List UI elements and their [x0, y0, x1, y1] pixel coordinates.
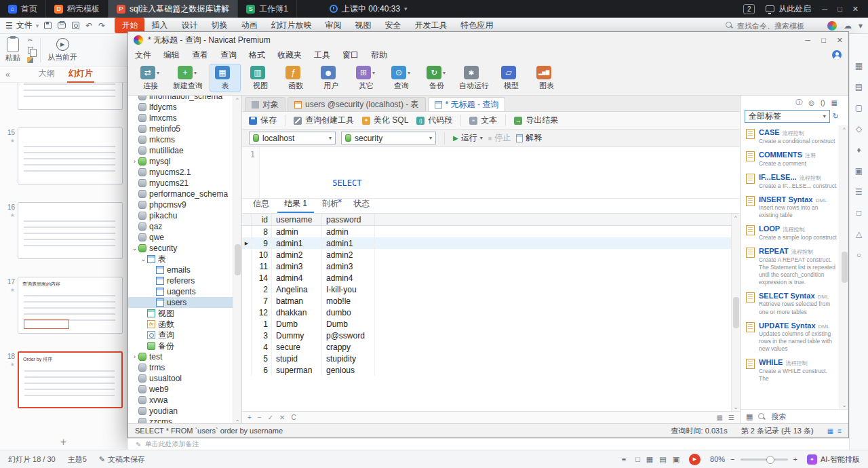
grid-view-icon[interactable]: ▦ — [717, 414, 723, 421]
snippet-item[interactable]: LOOP 流程控制 Create a simple loop construct — [746, 225, 837, 241]
view-mode-icon[interactable]: □ — [635, 455, 640, 464]
save-status[interactable]: ✎ 文稿未保存 — [99, 454, 145, 465]
scrollbar-thumb[interactable] — [733, 297, 739, 328]
view-mode-icon[interactable]: ▦ — [646, 455, 653, 464]
slide-item[interactable]: 18 ★ Order by 排序 — [3, 351, 123, 408]
menu-item[interactable]: 帮助 — [371, 50, 387, 61]
toolbar-button[interactable]: ▾ 图表 — [531, 64, 562, 92]
slideshow-play-button[interactable]: ▶ — [689, 454, 701, 465]
cell-id[interactable]: 3 — [252, 330, 272, 341]
tree-item[interactable]: 备份 — [128, 340, 233, 351]
toolbar-button[interactable]: ▾ 查询 — [386, 64, 417, 92]
result-row[interactable]: 6 superman genious — [242, 364, 740, 376]
cell-password[interactable]: admin2 — [322, 249, 375, 260]
result-row[interactable]: 5 stupid stupidity — [242, 353, 740, 364]
tree-item[interactable]: myucms2.1 — [128, 167, 233, 178]
tree-item[interactable]: mutillidae — [128, 145, 233, 156]
tree-item[interactable]: emails — [128, 265, 233, 275]
cell-username[interactable]: batman — [272, 295, 322, 307]
document-tab[interactable]: sql注入基础篇之数据库讲解 — [108, 0, 238, 18]
tab-slides[interactable]: 幻灯片 — [67, 66, 94, 83]
column-header-id[interactable]: id — [252, 214, 272, 225]
slide-thumbnail[interactable]: 查询表里面的内容 — [18, 277, 123, 334]
collapse-panel-icon[interactable]: « — [5, 70, 10, 79]
cell-password[interactable]: stupidity — [322, 353, 375, 364]
grid-icon[interactable]: ▦ — [746, 412, 753, 421]
tree-item[interactable]: web9 — [128, 384, 233, 395]
sidebar-tool-icon[interactable]: ◇ — [856, 124, 862, 134]
tree-item[interactable]: lfdycms — [128, 102, 233, 113]
tree-scrollbar[interactable]: ^ ⌄ — [233, 96, 241, 423]
cell-password[interactable]: p@ssword — [322, 330, 375, 341]
cell-id[interactable]: 1 — [252, 318, 272, 330]
sql-editor[interactable]: 1 SELECT * FROM `users` order by usernam… — [242, 147, 740, 199]
snippet-item[interactable]: REPEAT 流程控制 Create A REPEAT construct. T… — [746, 247, 837, 286]
tree-item[interactable]: qwe — [128, 232, 233, 243]
result-row[interactable]: 7 batman mob!le — [242, 295, 740, 307]
grid-view-icon[interactable]: ☰ — [728, 414, 734, 421]
run-button[interactable]: ▶ 运行 ▾ — [453, 132, 483, 144]
cell-username[interactable]: dhakkan — [272, 307, 322, 318]
slide-item[interactable]: 15 ★ — [3, 128, 123, 184]
target-icon[interactable]: ◎ — [808, 99, 814, 106]
cell-id[interactable]: 11 — [252, 260, 272, 272]
slide-item[interactable]: 16 ★ — [3, 202, 123, 259]
grid-scrollbar[interactable]: ^ ⌄ — [731, 214, 740, 411]
tree-item[interactable]: pikachu — [128, 210, 233, 221]
tree-item[interactable]: information_schema — [128, 96, 233, 102]
play-from-here-button[interactable]: 从此处启 — [766, 3, 811, 15]
close-button[interactable]: ✕ — [852, 5, 859, 14]
query-tool-button[interactable]: 美化 SQL — [362, 115, 408, 126]
scroll-up-icon[interactable]: ^ — [843, 126, 846, 132]
play-from-current-button[interactable]: ▶ 从当前开 — [47, 38, 77, 62]
document-tab[interactable]: 首页 — [0, 0, 46, 18]
database-select[interactable]: security ▾ — [341, 132, 436, 144]
result-row[interactable]: 10 admin2 admin2 — [242, 249, 740, 260]
tree-item[interactable]: myucms21 — [128, 178, 233, 189]
cell-username[interactable]: admin3 — [272, 260, 322, 272]
user-avatar-icon[interactable] — [832, 50, 842, 60]
toolbar-button[interactable]: ▾ 模型 — [496, 64, 527, 92]
tree-expander-icon[interactable]: › — [131, 158, 138, 165]
cell-username[interactable]: Dummy — [272, 330, 322, 341]
tree-item[interactable]: xvwa — [128, 395, 233, 406]
scrollbar-thumb[interactable] — [235, 244, 241, 275]
tree-item[interactable]: performance_schema — [128, 189, 233, 199]
query-tool-button[interactable]: 文本 — [469, 115, 506, 126]
zoom-in-icon[interactable]: + — [793, 455, 797, 463]
toolbar-button[interactable]: ▾ 视图 — [245, 64, 276, 92]
menu-item[interactable]: 格式 — [249, 50, 265, 61]
ai-layout-button[interactable]: AI-智能排版 — [807, 454, 860, 465]
result-tab[interactable]: 结果 1 — [277, 197, 314, 213]
command-search[interactable] — [726, 22, 822, 30]
sidebar-tool-icon[interactable]: □ — [856, 208, 861, 218]
sidebar-tool-icon[interactable]: △ — [856, 229, 862, 239]
sidebar-tool-icon[interactable]: ○ — [856, 250, 861, 260]
snippet-item[interactable]: INSERT Syntax DML Insert new rows into a… — [746, 195, 837, 219]
tree-item[interactable]: qaz — [128, 221, 233, 232]
cell-username[interactable]: stupid — [272, 353, 322, 364]
tree-item[interactable]: › test — [128, 351, 233, 362]
tree-item[interactable]: youdian — [128, 406, 233, 416]
cell-username[interactable]: admin1 — [272, 237, 322, 249]
toolbar-button[interactable]: ▾ 连接 — [135, 64, 166, 92]
grid-view-icon[interactable]: ▦ — [827, 427, 833, 435]
tree-item[interactable]: zzcms — [128, 416, 233, 423]
undo-icon[interactable]: ↶ — [85, 21, 92, 31]
notes-toggle-icon[interactable]: ≡ — [622, 455, 626, 463]
class-timer[interactable]: 上课中 00:40:33 ▾ — [330, 3, 408, 15]
tree-expander-icon[interactable]: ⌄ — [131, 245, 138, 252]
snippet-item[interactable]: CASE 流程控制 Create a conditional construct — [746, 128, 837, 145]
tree-item[interactable]: users — [128, 297, 233, 308]
tree-item[interactable]: lmxcms — [128, 113, 233, 123]
document-tab[interactable]: 稻壳模板 — [46, 0, 108, 18]
record-edit-icon[interactable]: ✓ — [268, 414, 273, 421]
document-tab[interactable]: 工作簿1 — [238, 0, 297, 18]
document-tab[interactable]: users @security (localhost) - 表 — [288, 97, 426, 111]
file-menu-button[interactable]: ☰ 文件 ▾ — [5, 20, 39, 31]
menu-item[interactable]: 文件 — [135, 50, 151, 61]
redo-icon[interactable]: ↷ — [98, 21, 105, 31]
result-row[interactable]: 4 secure crappy — [242, 341, 740, 353]
view-mode-icon[interactable]: ▤ — [659, 455, 666, 464]
scroll-up-icon[interactable]: ^ — [236, 96, 239, 102]
